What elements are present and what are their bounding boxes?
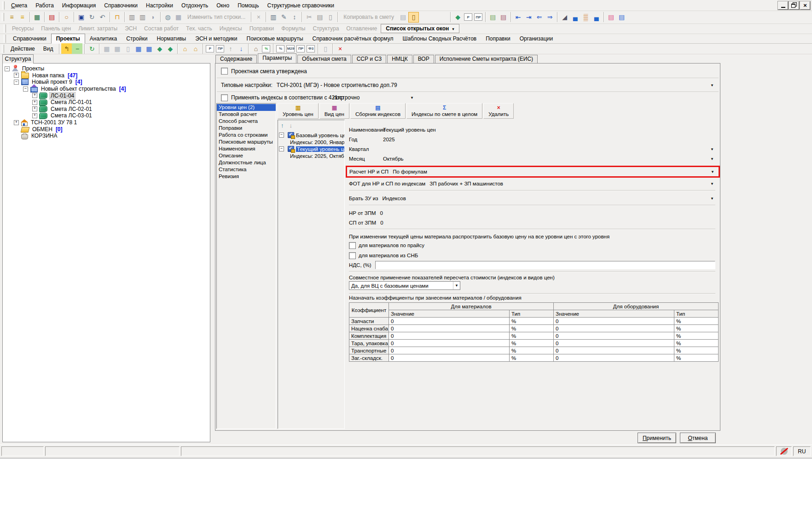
equipment-type-cell[interactable]: % <box>674 340 719 347</box>
materials-value-cell[interactable]: 0 <box>389 325 510 332</box>
row-type-edit-icon[interactable]: ▤ <box>487 12 498 23</box>
menu-nastroyki[interactable]: Настройки <box>142 1 177 10</box>
typical-settings-value[interactable]: ТСН-2001 (МГЭ) - Новое строительство доп… <box>277 82 397 88</box>
house-add-icon[interactable]: ⌂ <box>180 43 190 54</box>
tab-indeksy[interactable]: Индексы <box>216 24 246 33</box>
materials-type-cell[interactable]: % <box>510 354 554 362</box>
expand-toggle[interactable]: − <box>279 146 284 151</box>
tab-structure[interactable]: Структура <box>2 54 34 64</box>
menu-informaciya[interactable]: Информация <box>58 1 100 10</box>
unlock-icon[interactable]: ⊓ <box>112 12 122 23</box>
tab-ispolnenie-smety-kontrakta-eis[interactable]: Исполнение Сметы контракта (ЕИС) <box>435 55 538 63</box>
expand-toggle[interactable]: + <box>32 100 37 105</box>
tree-tsn-2001-zu-78-1[interactable]: +ТСН-2001 ЗУ 78 1 <box>4 119 209 126</box>
tab-popravki[interactable]: Поправки <box>481 34 515 43</box>
equipment-value-cell[interactable]: 0 <box>554 332 674 340</box>
tab-nmck[interactable]: НМЦК <box>387 55 412 63</box>
save-icon[interactable]: ▣ <box>76 12 87 23</box>
menu-rabota[interactable]: Работа <box>31 1 58 10</box>
equipment-value-cell[interactable]: 0 <box>554 325 674 332</box>
expand-toggle[interactable]: − <box>5 66 10 71</box>
tab-formuly[interactable]: Формулы <box>278 24 309 33</box>
menu-deystvie[interactable]: Действие <box>6 44 39 53</box>
settings-revision[interactable]: Ревизия <box>217 173 276 180</box>
expand-toggle[interactable]: − <box>14 80 19 85</box>
equipment-type-cell[interactable]: % <box>674 354 719 362</box>
zu-dropdown-arrow[interactable] <box>709 197 715 201</box>
tab-analitika[interactable]: Аналитика <box>85 34 122 43</box>
tree-ls-01-04[interactable]: +ЛС-01-04 <box>4 92 209 99</box>
row-type-delete-icon[interactable]: ▤ <box>498 12 509 23</box>
materials-value-cell[interactable]: 0 <box>389 332 510 340</box>
fot-dropdown-arrow[interactable] <box>709 182 715 186</box>
f3-icon[interactable]: Ф3 <box>307 45 315 52</box>
tree-korzina[interactable]: КОРЗИНА <box>4 133 209 139</box>
apply-indices-mode-combo[interactable]: построчно <box>333 93 415 102</box>
nr-zpm-value[interactable]: 0 <box>380 210 383 216</box>
expand-toggle[interactable]: + <box>32 106 37 111</box>
level-node-base-indices[interactable]: Индексы: 2000, Январь <box>279 139 343 145</box>
percent-icon[interactable]: % <box>276 45 284 52</box>
expand-toggle[interactable]: + <box>14 73 19 78</box>
month-value[interactable]: Октябрь <box>383 156 404 162</box>
tab-panel-cen[interactable]: Панель цен <box>37 24 75 33</box>
settings-typical-calc[interactable]: Типовой расчет <box>217 111 276 118</box>
approved-checkbox[interactable] <box>221 68 228 75</box>
restore-button[interactable] <box>789 1 799 10</box>
close-gray-icon[interactable]: × <box>253 12 264 23</box>
materials-value-cell[interactable]: 0 <box>389 340 510 347</box>
expand-toggle[interactable]: − <box>23 87 28 92</box>
search-icon[interactable]: ○ <box>61 12 72 23</box>
tab-popravki-okno[interactable]: Поправки <box>246 24 278 33</box>
tab-normativy[interactable]: Нормативы <box>152 34 191 43</box>
tree-smeta-ls-02-01[interactable]: +Смета ЛС-02-01 <box>4 106 209 113</box>
settings-corrections[interactable]: Поправки <box>217 125 276 132</box>
estimate-indices-button[interactable]: ΣИндексы по смете в целом <box>406 103 482 119</box>
year-value[interactable]: 2025 <box>383 137 395 142</box>
settings-calc-method[interactable]: Способ расчета <box>217 118 276 125</box>
close-red-icon[interactable]: × <box>335 43 345 54</box>
tree-obmen[interactable]: ОБМЕН[0] <box>4 126 209 133</box>
tab-ssr-i-sz[interactable]: ССР и СЗ <box>352 55 387 63</box>
pr-icon[interactable]: ПР <box>296 45 305 52</box>
tab-resursy[interactable]: Ресурсы <box>8 24 37 33</box>
comment-icon[interactable]: ◗ <box>148 12 158 23</box>
level-node-current-indices[interactable]: Индексы: 2025, Октябрь <box>279 152 343 159</box>
materials-type-cell[interactable]: % <box>510 332 554 340</box>
tree-new-folder[interactable]: +Новая папка[47] <box>4 72 209 79</box>
settings-row-operations[interactable]: Работа со строками <box>217 132 276 139</box>
apply-indices-dropdown-arrow[interactable] <box>409 96 415 100</box>
quarter-dropdown-arrow[interactable] <box>709 147 715 151</box>
building-copy-icon[interactable]: ▦ <box>173 12 184 23</box>
apply-button[interactable]: Применить <box>638 433 676 443</box>
page-icon[interactable]: ▯ <box>122 43 133 54</box>
tab-teh-chast[interactable]: Тех. часть <box>182 24 215 33</box>
menu-strukturnye-spravochniki[interactable]: Структурные справочники <box>263 1 338 10</box>
menu-pomosch[interactable]: Помощь <box>233 1 263 10</box>
undo-icon[interactable]: ↶ <box>97 12 108 23</box>
expand-toggle[interactable]: + <box>32 93 37 98</box>
move-up-icon[interactable]: ↑ <box>225 43 236 54</box>
m29-icon[interactable]: М29 <box>286 45 295 52</box>
tree-add-icon[interactable]: ≡ <box>17 12 28 23</box>
settings-price-levels[interactable]: Уровни цен (2) <box>217 104 276 111</box>
month-dropdown-arrow[interactable] <box>709 157 715 161</box>
minimize-button[interactable] <box>778 1 788 10</box>
outdent-icon[interactable]: ⇐ <box>534 12 545 23</box>
folder-collapse-icon[interactable]: − <box>72 43 82 54</box>
toolbar-grip[interactable] <box>2 1 5 10</box>
close-button[interactable]: × <box>800 1 810 10</box>
materials-value-cell[interactable]: 0 <box>389 318 510 325</box>
materials-bricks-icon[interactable]: ▒ <box>580 12 591 23</box>
index-collection-button[interactable]: ▤Сборник индексов <box>350 103 406 119</box>
book-gear-icon[interactable]: ◆ <box>452 12 463 23</box>
tab-oglavlenie[interactable]: Оглавление <box>342 24 381 33</box>
pickaxe-icon[interactable]: ◢ <box>559 12 570 23</box>
house-hammer-icon[interactable]: ⌂ <box>250 43 261 54</box>
tree-structure-icon[interactable]: ≡ <box>6 12 17 23</box>
cut-icon[interactable]: ✂ <box>304 12 314 23</box>
pdf-export-icon[interactable]: ▤ <box>46 12 57 23</box>
toolbar-grip[interactable] <box>4 35 6 43</box>
tab-proekty[interactable]: Проекты <box>51 34 85 44</box>
book-gear-icon[interactable]: ◆ <box>154 43 165 54</box>
